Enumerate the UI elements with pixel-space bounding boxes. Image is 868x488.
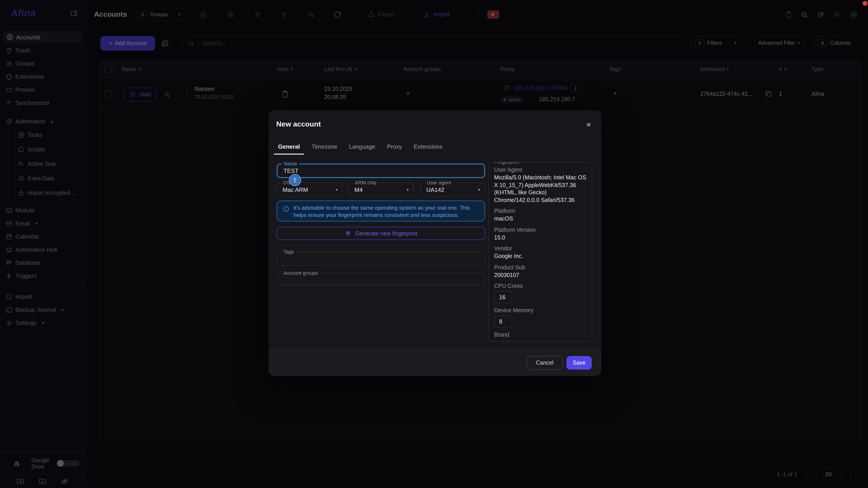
vendor-label: Vendor bbox=[494, 246, 586, 252]
app-window: Afina Accounts Trash Groups Extensions bbox=[0, 0, 868, 488]
cancel-button[interactable]: Cancel bbox=[527, 356, 563, 369]
user-agent-select-value: UA142 bbox=[426, 186, 444, 193]
chevron-down-icon: ▾ bbox=[407, 187, 409, 192]
platform-label: Platform bbox=[494, 208, 586, 214]
info-text: It's advisable to choose the same operat… bbox=[293, 204, 479, 221]
os-advice-infobox: It's advisable to choose the same operat… bbox=[277, 201, 485, 221]
modal-tabs: General Timezone Language Proxy Extensio… bbox=[272, 139, 448, 155]
fingerprint-legend: Fingerprint bbox=[493, 162, 521, 164]
user-agent-label: User Agent bbox=[494, 167, 586, 173]
arm-chip-select-label: ARM chip bbox=[352, 180, 379, 185]
tags-field[interactable]: Tags bbox=[277, 252, 485, 266]
chevron-down-icon: ▾ bbox=[336, 187, 338, 192]
save-button[interactable]: Save bbox=[566, 356, 592, 369]
user-agent-value: Mozilla/5.0 (Macintosh; Intel Mac OS X 1… bbox=[494, 174, 586, 204]
generate-fingerprint-button[interactable]: Generate new fingerprint bbox=[277, 227, 485, 240]
tab-language[interactable]: Language bbox=[343, 139, 381, 155]
chevron-down-icon: ▾ bbox=[478, 187, 480, 192]
device-memory-label: Device Memory bbox=[494, 307, 586, 314]
user-agent-select-label: User agent bbox=[425, 180, 454, 185]
account-groups-field-label: Account groups bbox=[281, 270, 320, 275]
close-icon[interactable]: ✕ bbox=[583, 119, 594, 130]
modal-title: New account bbox=[276, 120, 321, 128]
platform-version-value: 15.0 bbox=[494, 234, 586, 241]
brand-label: Brand bbox=[494, 332, 586, 338]
tab-general[interactable]: General bbox=[272, 139, 306, 155]
generate-fingerprint-label: Generate new fingerprint bbox=[355, 230, 417, 236]
cpu-cores-label: CPU Cores bbox=[494, 283, 586, 289]
platform-version-label: Platform Version bbox=[494, 227, 586, 233]
user-agent-select[interactable]: User agent UA142 ▾ bbox=[420, 183, 485, 197]
os-select[interactable]: OS Mac ARM ▾ bbox=[276, 183, 343, 197]
product-sub-value: 20030107 bbox=[494, 271, 586, 279]
account-groups-field[interactable]: Account groups bbox=[277, 273, 485, 285]
new-account-modal: New account ✕ General Timezone Language … bbox=[269, 110, 601, 376]
recording-indicator-dot bbox=[863, 1, 868, 6]
vendor-value: Google Inc. bbox=[494, 253, 586, 260]
tab-proxy[interactable]: Proxy bbox=[381, 139, 408, 155]
form-divider bbox=[277, 245, 485, 246]
name-field[interactable]: Name TEST bbox=[277, 164, 485, 178]
name-field-value: TEST bbox=[283, 167, 298, 174]
tags-field-label: Tags bbox=[281, 249, 296, 254]
tab-extensions[interactable]: Extensions bbox=[408, 139, 448, 155]
arm-chip-select-value: M4 bbox=[354, 186, 363, 193]
fingerprint-icon bbox=[344, 230, 351, 237]
platform-value: macOS bbox=[494, 215, 586, 223]
os-select-value: Mac ARM bbox=[283, 186, 308, 193]
name-field-label: Name bbox=[282, 161, 300, 166]
tab-timezone[interactable]: Timezone bbox=[306, 139, 343, 155]
fingerprint-panel: Fingerprint User Agent Mozilla/5.0 (Maci… bbox=[488, 162, 592, 341]
modal-footer: Cancel Save bbox=[269, 349, 601, 376]
device-memory-input[interactable]: 8 bbox=[494, 315, 512, 328]
info-icon bbox=[283, 205, 289, 213]
cpu-cores-input[interactable]: 16 bbox=[494, 291, 512, 303]
product-sub-label: Product Sub bbox=[494, 264, 586, 270]
cursor-indicator: ⇧ bbox=[289, 174, 301, 186]
arm-chip-select[interactable]: ARM chip M4 ▾ bbox=[348, 183, 414, 197]
modal-tabs-divider bbox=[269, 155, 601, 155]
